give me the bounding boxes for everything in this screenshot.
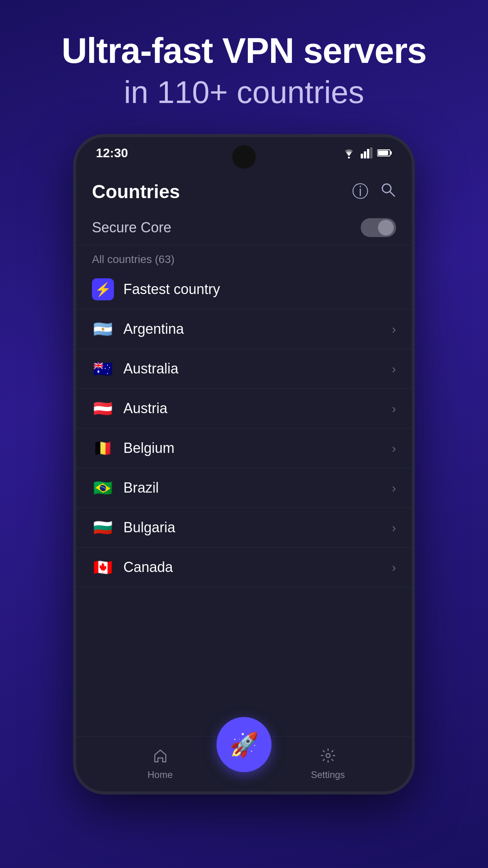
svg-rect-7 xyxy=(378,151,388,155)
country-name: Canada xyxy=(123,559,392,576)
home-icon xyxy=(152,748,168,767)
flag-bulgaria: 🇧🇬 xyxy=(92,517,114,539)
settings-icon xyxy=(320,748,336,767)
camera-notch xyxy=(232,145,256,169)
svg-rect-4 xyxy=(370,147,372,158)
secure-core-row: Secure Core xyxy=(76,210,412,245)
settings-label: Settings xyxy=(311,769,345,780)
country-name: Brazil xyxy=(123,480,392,496)
chevron-down-icon: › xyxy=(392,481,396,495)
svg-rect-1 xyxy=(361,154,363,158)
chevron-down-icon: › xyxy=(392,520,396,535)
svg-rect-2 xyxy=(364,151,366,158)
fastest-country-label: Fastest country xyxy=(123,281,396,298)
status-time: 12:30 xyxy=(96,146,128,160)
svg-rect-6 xyxy=(390,151,392,154)
wifi-icon xyxy=(342,147,356,158)
chevron-down-icon: › xyxy=(392,401,396,416)
secure-core-label: Secure Core xyxy=(92,219,171,236)
app-content: Countries ⓘ Secure Core All countries (6… xyxy=(76,169,412,791)
header-action-icons: ⓘ xyxy=(352,180,396,202)
list-item[interactable]: 🇧🇪 Belgium › xyxy=(76,428,412,468)
flag-belgium: 🇧🇪 xyxy=(92,437,114,459)
svg-point-0 xyxy=(348,157,350,159)
country-name: Belgium xyxy=(123,440,392,456)
list-item[interactable]: 🇨🇦 Canada › xyxy=(76,548,412,587)
home-label: Home xyxy=(147,769,172,780)
svg-rect-3 xyxy=(367,149,369,158)
rocket-icon: 🚀 xyxy=(229,731,259,759)
chevron-down-icon: › xyxy=(392,362,396,376)
flag-canada: 🇨🇦 xyxy=(92,556,114,578)
flag-brazil: 🇧🇷 xyxy=(92,477,114,499)
chevron-down-icon: › xyxy=(392,322,396,337)
app-header: Countries ⓘ xyxy=(76,169,412,210)
list-item[interactable]: 🇧🇷 Brazil › xyxy=(76,468,412,508)
signal-icon xyxy=(361,147,372,158)
country-name: Argentina xyxy=(123,321,392,337)
nav-center-button[interactable]: 🚀 xyxy=(216,717,272,772)
flag-australia: 🇦🇺 xyxy=(92,358,114,380)
list-item[interactable]: 🇧🇬 Bulgaria › xyxy=(76,508,412,548)
country-name: Austria xyxy=(123,400,392,417)
section-label: All countries (63) xyxy=(76,245,412,270)
phone-mockup: 12:30 xyxy=(73,134,415,794)
svg-line-9 xyxy=(390,191,394,196)
headline-line2: in 110+ countries xyxy=(62,74,426,110)
chevron-down-icon: › xyxy=(392,441,396,456)
country-name: Bulgaria xyxy=(123,519,392,536)
secure-core-toggle[interactable] xyxy=(361,218,396,237)
countries-list: All countries (63) ⚡ Fastest country 🇦🇷 … xyxy=(76,245,412,736)
country-name: Australia xyxy=(123,360,392,377)
flag-argentina: 🇦🇷 xyxy=(92,318,114,340)
battery-icon xyxy=(377,149,392,157)
info-icon[interactable]: ⓘ xyxy=(352,180,369,202)
chevron-down-icon: › xyxy=(392,560,396,575)
list-item[interactable]: 🇦🇷 Argentina › xyxy=(76,309,412,349)
lightning-icon: ⚡ xyxy=(92,278,114,300)
list-item[interactable]: 🇦🇹 Austria › xyxy=(76,389,412,428)
svg-point-10 xyxy=(326,754,330,758)
headline-line1: Ultra-fast VPN servers xyxy=(62,31,426,70)
search-icon[interactable] xyxy=(380,181,396,202)
app-title: Countries xyxy=(92,181,180,202)
fastest-country-item[interactable]: ⚡ Fastest country xyxy=(76,270,412,309)
status-icons xyxy=(342,147,392,158)
bottom-nav: Home 🚀 Settings xyxy=(76,736,412,791)
flag-austria: 🇦🇹 xyxy=(92,397,114,419)
list-item[interactable]: 🇦🇺 Australia › xyxy=(76,349,412,389)
page-header: Ultra-fast VPN servers in 110+ countries xyxy=(62,0,426,134)
